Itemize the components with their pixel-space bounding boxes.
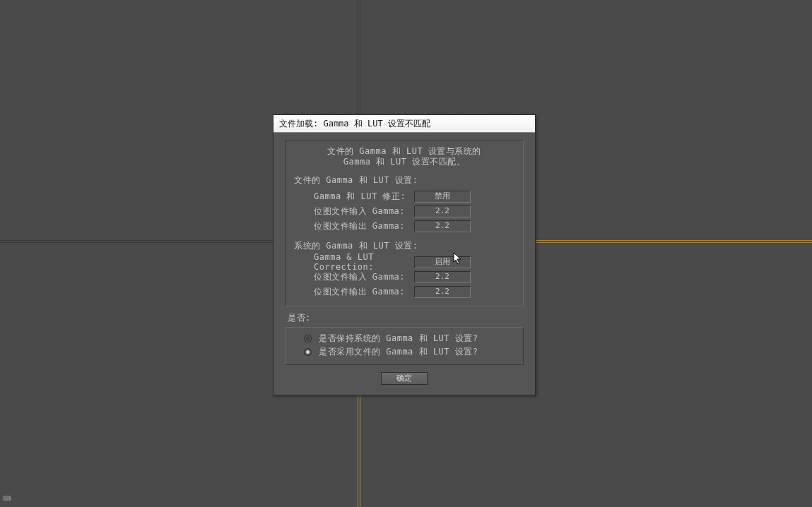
system-settings-header: 系统的 Gamma 和 LUT 设置: bbox=[294, 240, 514, 252]
mismatch-message: 文件的 Gamma 和 LUT 设置与系统的 Gamma 和 LUT 设置不匹配… bbox=[294, 146, 514, 167]
message-line-1: 文件的 Gamma 和 LUT 设置与系统的 bbox=[327, 146, 481, 156]
radio-adopt-file[interactable]: 是否采用文件的 Gamma 和 LUT 设置? bbox=[293, 345, 516, 359]
message-line-2: Gamma 和 LUT 设置不匹配。 bbox=[343, 157, 465, 167]
dialog-title: 文件加载: Gamma 和 LUT 设置不匹配 bbox=[279, 118, 430, 130]
statusbar-glyph: ⌨ bbox=[3, 490, 11, 507]
system-input-gamma-label: 位图文件输入 Gamma: bbox=[294, 271, 414, 283]
system-correction-row: Gamma & LUT Correction: 启用 bbox=[294, 255, 514, 269]
file-input-gamma-label: 位图文件输入 Gamma: bbox=[294, 205, 414, 217]
file-correction-row: Gamma 和 LUT 修正: 禁用 bbox=[294, 189, 514, 203]
radio-keep-system-label: 是否保持系统的 Gamma 和 LUT 设置? bbox=[319, 333, 478, 345]
system-correction-value: 启用 bbox=[414, 256, 471, 268]
system-input-gamma-row: 位图文件输入 Gamma: 2.2 bbox=[294, 270, 514, 284]
radio-keep-system[interactable]: 是否保持系统的 Gamma 和 LUT 设置? bbox=[293, 332, 516, 345]
file-output-gamma-row: 位图文件输出 Gamma: 2.2 bbox=[294, 219, 514, 233]
button-row: 确定 bbox=[285, 372, 524, 385]
radio-adopt-file-label: 是否采用文件的 Gamma 和 LUT 设置? bbox=[319, 346, 478, 358]
file-correction-value: 禁用 bbox=[414, 191, 471, 203]
radio-keep-system-indicator bbox=[304, 335, 312, 342]
dialog-titlebar[interactable]: 文件加载: Gamma 和 LUT 设置不匹配 bbox=[273, 115, 535, 133]
system-output-gamma-value: 2.2 bbox=[414, 286, 471, 298]
file-settings-header: 文件的 Gamma 和 LUT 设置: bbox=[294, 174, 514, 186]
radio-adopt-file-indicator bbox=[304, 348, 312, 356]
file-input-gamma-value: 2.2 bbox=[414, 205, 471, 217]
question-label: 是否: bbox=[288, 312, 524, 324]
file-output-gamma-label: 位图文件输出 Gamma: bbox=[294, 220, 414, 232]
settings-group: 文件的 Gamma 和 LUT 设置与系统的 Gamma 和 LUT 设置不匹配… bbox=[285, 140, 524, 306]
file-input-gamma-row: 位图文件输入 Gamma: 2.2 bbox=[294, 204, 514, 218]
system-input-gamma-value: 2.2 bbox=[414, 271, 471, 283]
gamma-lut-mismatch-dialog: 文件加载: Gamma 和 LUT 设置不匹配 文件的 Gamma 和 LUT … bbox=[273, 114, 536, 395]
system-output-gamma-label: 位图文件输出 Gamma: bbox=[294, 286, 414, 298]
file-correction-label: Gamma 和 LUT 修正: bbox=[294, 191, 414, 203]
system-correction-label: Gamma & LUT Correction: bbox=[294, 252, 414, 272]
system-output-gamma-row: 位图文件输出 Gamma: 2.2 bbox=[294, 285, 514, 299]
ok-button[interactable]: 确定 bbox=[381, 372, 428, 385]
file-output-gamma-value: 2.2 bbox=[414, 220, 471, 232]
dialog-body: 文件的 Gamma 和 LUT 设置与系统的 Gamma 和 LUT 设置不匹配… bbox=[273, 133, 535, 395]
radio-group: 是否保持系统的 Gamma 和 LUT 设置? 是否采用文件的 Gamma 和 … bbox=[285, 327, 524, 365]
